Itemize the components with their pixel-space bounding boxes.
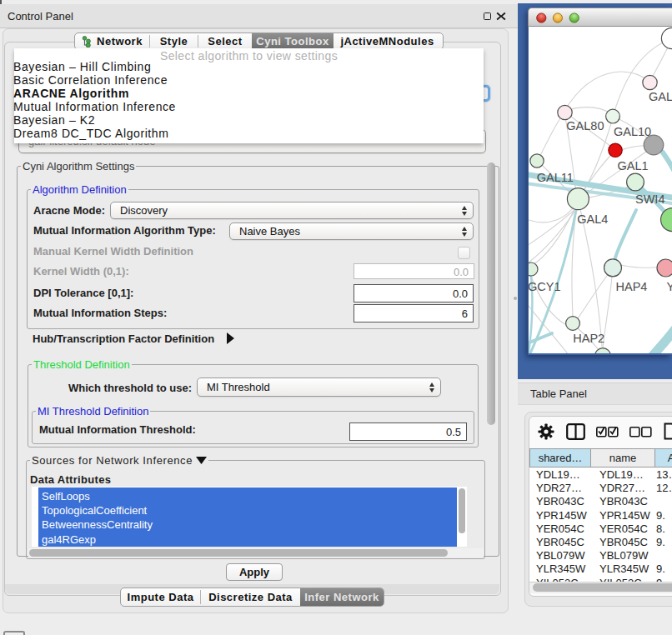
svg-text:GAL80: GAL80: [566, 119, 604, 132]
svg-text:GAL11: GAL11: [537, 171, 574, 184]
svg-text:GCY1: GCY1: [529, 280, 561, 293]
svg-text:GAL1: GAL1: [618, 159, 649, 172]
svg-text:GAL10: GAL10: [614, 125, 651, 138]
svg-text:GAL4: GAL4: [577, 212, 608, 226]
svg-text:GAL: GAL: [649, 90, 672, 103]
svg-text:HAP2: HAP2: [573, 332, 604, 345]
svg-text:SWI4: SWI4: [635, 192, 664, 206]
svg-text:Y: Y: [667, 280, 672, 293]
svg-text:HAP4: HAP4: [616, 280, 648, 293]
